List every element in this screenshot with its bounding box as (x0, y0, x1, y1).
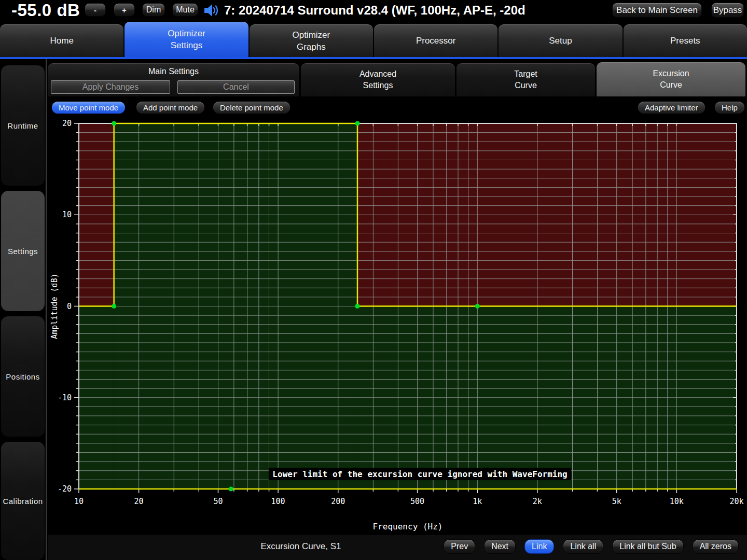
excursion-curve-chart[interactable]: Lower limit of the excursion curve ignor… (48, 115, 747, 535)
delete-point-mode-button[interactable]: Delete point mode (213, 102, 290, 114)
x-tick-label: 2k (533, 497, 542, 506)
y-tick-label: -20 (58, 484, 72, 494)
sidebar-item-settings[interactable]: Settings (1, 191, 45, 311)
speaker-icon (204, 4, 220, 17)
tab-optimizer-graphs[interactable]: Optimizer Graphs (250, 24, 373, 57)
curve-point[interactable] (355, 121, 359, 126)
tab-presets[interactable]: Presets (624, 24, 747, 57)
sidebar-item-runtime[interactable]: Runtime (1, 65, 45, 186)
sidebar-item-positions[interactable]: Positions (1, 316, 45, 437)
prev-channel-button[interactable]: Prev (444, 539, 475, 554)
x-tick-label: 200 (331, 497, 345, 506)
move-point-mode-button[interactable]: Move point mode (52, 102, 125, 114)
sidebar-item-calibration[interactable]: Calibration (1, 442, 45, 560)
subtab-main-settings[interactable]: Main Settings Apply Changes Cancel (48, 63, 299, 96)
x-axis-title: Frequency (Hz) (373, 522, 443, 531)
curve-point[interactable] (112, 121, 116, 126)
volume-up-button[interactable]: + (114, 3, 135, 17)
link-all-but-sub-button[interactable]: Link all but Sub (612, 539, 683, 554)
sidebar-divider (46, 59, 47, 560)
curve-point[interactable] (355, 304, 359, 309)
curve-point[interactable] (112, 304, 116, 309)
channel-bar: Excursion Curve, S1 Prev Next Link Link … (48, 535, 747, 560)
x-tick-label: 10k (670, 497, 684, 506)
help-button[interactable]: Help (715, 102, 744, 114)
excursion-curve-svg[interactable]: Lower limit of the excursion curve ignor… (48, 115, 747, 535)
volume-down-button[interactable]: - (85, 3, 106, 17)
tab-setup[interactable]: Setup (499, 24, 622, 57)
waveforming-annotation: Lower limit of the excursion curve ignor… (272, 469, 567, 479)
x-tick-label: 20 (134, 497, 144, 506)
next-channel-button[interactable]: Next (484, 539, 516, 554)
bypass-button[interactable]: Bypass (711, 3, 744, 18)
top-bar: -55.0 dB - + Dim Mute 7: 20240714 Surrou… (0, 0, 747, 21)
x-tick-label: 500 (410, 497, 424, 506)
curve-point[interactable] (229, 487, 233, 492)
x-tick-label: 20k (729, 497, 743, 506)
back-to-main-screen-button[interactable]: Back to Main Screen (612, 3, 702, 18)
y-tick-label: 10 (62, 210, 72, 219)
y-tick-label: 20 (62, 119, 72, 128)
all-zeros-button[interactable]: All zeros (693, 539, 739, 554)
y-axis-title: Amplitude (dB) (50, 273, 59, 339)
y-tick-label: -10 (58, 393, 72, 402)
active-tab-underline (0, 57, 747, 59)
apply-changes-button[interactable]: Apply Changes (51, 80, 170, 94)
x-tick-label: 10 (74, 497, 84, 506)
main-tab-bar: Home Optimizer Settings Optimizer Graphs… (0, 22, 747, 57)
x-tick-label: 100 (271, 497, 285, 506)
volume-display: -55.0 dB (11, 0, 80, 21)
add-point-mode-button[interactable]: Add point mode (136, 102, 204, 114)
subtab-target-curve[interactable]: Target Curve (457, 63, 595, 96)
optimizer-settings-panel: Main Settings Apply Changes Cancel Advan… (48, 60, 747, 560)
subtab-main-settings-label: Main Settings (48, 66, 299, 77)
link-button[interactable]: Link (524, 539, 554, 554)
tab-optimizer-settings[interactable]: Optimizer Settings (125, 22, 248, 57)
subtab-excursion-curve[interactable]: Excursion Curve (597, 62, 745, 96)
link-all-button[interactable]: Link all (563, 539, 603, 554)
tab-processor[interactable]: Processor (374, 24, 497, 57)
tab-home[interactable]: Home (0, 24, 123, 57)
dim-button[interactable]: Dim (142, 3, 165, 17)
adaptive-limiter-button[interactable]: Adaptive limiter (638, 102, 705, 114)
sidebar: Runtime Settings Positions Calibration (0, 59, 46, 560)
x-tick-label: 5k (612, 497, 621, 506)
x-tick-label: 1k (473, 497, 482, 506)
trinnov-optimizer-screen: -55.0 dB - + Dim Mute 7: 20240714 Surrou… (0, 0, 747, 560)
channel-buttons: Prev Next Link Link all Link all but Sub… (444, 539, 739, 554)
cancel-button[interactable]: Cancel (177, 80, 295, 94)
mute-button[interactable]: Mute (172, 3, 198, 17)
channel-title: Excursion Curve, S1 (212, 535, 390, 558)
curve-point[interactable] (475, 304, 480, 309)
preset-title: 7: 20240714 Surround v28.4 (WF, 100Hz, A… (224, 0, 525, 21)
y-tick-label: 0 (67, 302, 72, 311)
subtab-advanced-settings[interactable]: Advanced Settings (301, 63, 455, 96)
x-tick-label: 50 (213, 497, 223, 506)
